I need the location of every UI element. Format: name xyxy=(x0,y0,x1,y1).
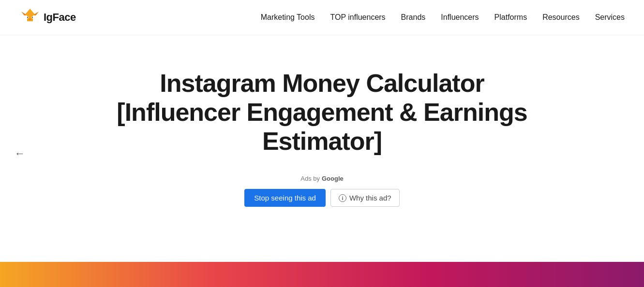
svg-point-5 xyxy=(27,17,28,18)
ad-overlay: Ads by Google Stop seeing this ad i Why … xyxy=(244,175,399,207)
nav-marketing-tools[interactable]: Marketing Tools xyxy=(261,13,315,22)
logo[interactable]: IgFace xyxy=(19,7,76,28)
nav-links: Marketing Tools TOP influencers Brands I… xyxy=(261,13,625,22)
why-ad-label: Why this ad? xyxy=(349,194,391,202)
nav-resources[interactable]: Resources xyxy=(542,13,579,22)
ads-by-google: Ads by Google xyxy=(300,175,344,182)
stop-ad-button[interactable]: Stop seeing this ad xyxy=(244,189,326,207)
nav-brands[interactable]: Brands xyxy=(401,13,426,22)
nav-top-influencers[interactable]: TOP influencers xyxy=(330,13,385,22)
ads-label: Ads by xyxy=(300,175,320,182)
logo-icon xyxy=(19,7,41,28)
why-ad-button[interactable]: i Why this ad? xyxy=(330,189,400,207)
ad-buttons: Stop seeing this ad i Why this ad? xyxy=(244,189,399,207)
logo-label: IgFace xyxy=(44,11,76,24)
nav-influencers[interactable]: Influencers xyxy=(441,13,479,22)
main-content: ← Instagram Money Calculator [Influencer… xyxy=(0,35,644,272)
svg-point-7 xyxy=(29,19,31,20)
bottom-gradient-bar xyxy=(0,262,644,287)
page-title: Instagram Money Calculator [Influencer E… xyxy=(114,69,530,156)
google-label: Google xyxy=(322,175,344,182)
back-arrow[interactable]: ← xyxy=(15,147,25,160)
svg-point-6 xyxy=(32,17,33,18)
info-icon: i xyxy=(339,194,346,202)
nav-services[interactable]: Services xyxy=(595,13,625,22)
nav-platforms[interactable]: Platforms xyxy=(494,13,527,22)
navbar: IgFace Marketing Tools TOP influencers B… xyxy=(0,0,644,35)
